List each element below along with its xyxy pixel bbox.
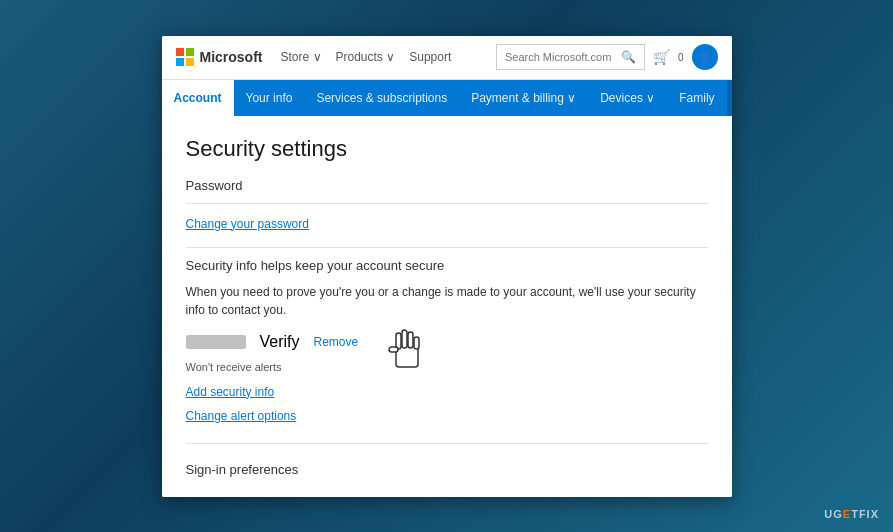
cart-count: 0 [678,52,684,63]
nav-store[interactable]: Store ∨ [281,50,322,64]
main-content: Security settings Password Change your p… [162,116,732,497]
nav-security[interactable]: Security & privacy [727,80,732,116]
remove-link[interactable]: Remove [314,335,359,349]
security-info-row: Verify Remove [186,333,708,351]
add-security-info-link[interactable]: Add security info [186,385,708,399]
nav-account[interactable]: Account [162,80,234,116]
cart-area: 🛒 0 👤 [653,44,718,70]
change-password-link[interactable]: Change your password [186,217,309,231]
nav-support[interactable]: Support [409,50,451,64]
svg-rect-3 [408,332,413,348]
avatar[interactable]: 👤 [692,44,718,70]
info-value-placeholder [186,335,246,349]
brand-name: Microsoft [200,49,263,65]
hand-cursor-icon [386,325,442,375]
watermark: UGETFIX [824,508,879,520]
search-input[interactable] [505,51,615,63]
password-divider [186,203,708,204]
nav-your-info[interactable]: Your info [234,80,305,116]
svg-rect-2 [402,330,407,348]
cart-icon[interactable]: 🛒 [653,49,670,65]
svg-rect-4 [414,337,419,349]
password-section: Password Change your password [186,178,708,237]
verify-link[interactable]: Verify [260,333,300,351]
ms-logo-grid [176,48,194,66]
nav-devices[interactable]: Devices ∨ [588,80,667,116]
nav-payment[interactable]: Payment & billing ∨ [459,80,588,116]
section-divider-2 [186,247,708,248]
top-nav-links: Store ∨ Products ∨ Support [281,50,488,64]
security-info-description: When you need to prove you're you or a c… [186,283,708,319]
sign-in-preferences-section: Sign-in preferences [186,462,708,477]
microsoft-logo[interactable]: Microsoft [176,48,263,66]
nav-family[interactable]: Family [667,80,726,116]
change-alert-options-link[interactable]: Change alert options [186,409,708,423]
sign-in-pref-heading: Sign-in preferences [186,462,708,477]
page-title: Security settings [186,136,708,162]
top-nav: Microsoft Store ∨ Products ∨ Support 🔍 🛒… [162,36,732,80]
wont-receive-text: Won't receive alerts [186,357,708,375]
search-icon[interactable]: 🔍 [621,50,636,64]
security-info-heading: Security info helps keep your account se… [186,258,708,273]
browser-window: Microsoft Store ∨ Products ∨ Support 🔍 🛒… [162,36,732,497]
svg-rect-5 [389,347,398,352]
nav-services[interactable]: Services & subscriptions [304,80,459,116]
nav-products[interactable]: Products ∨ [336,50,396,64]
section-divider-3 [186,443,708,444]
security-links: Add security info Change alert options [186,385,708,429]
watermark-text: UGETFIX [824,508,879,520]
security-info-section: Security info helps keep your account se… [186,258,708,429]
account-nav: Account Your info Services & subscriptio… [162,80,732,116]
search-bar[interactable]: 🔍 [496,44,645,70]
password-heading: Password [186,178,708,193]
